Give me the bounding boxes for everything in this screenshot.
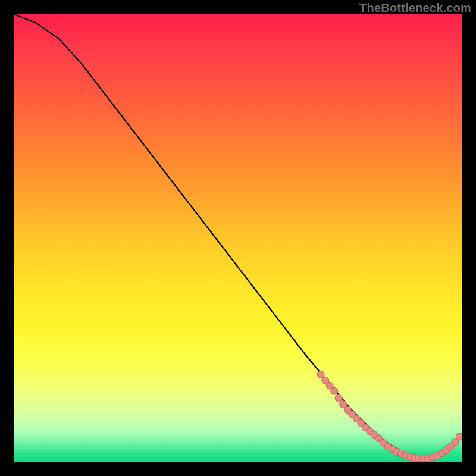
chart-overlay [14, 14, 462, 462]
watermark-text: TheBottleneck.com [359, 1, 471, 15]
bottleneck-curve [14, 14, 462, 459]
curve-marker [335, 394, 342, 402]
curve-marker [456, 433, 462, 440]
curve-marker [331, 387, 338, 394]
chart-stage: TheBottleneck.com [0, 0, 476, 476]
curve-markers [317, 371, 462, 462]
